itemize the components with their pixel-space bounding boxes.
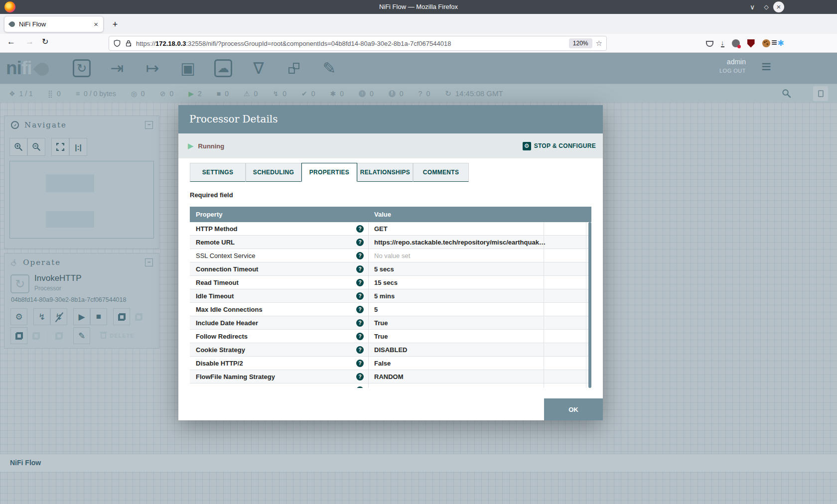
value-cell[interactable]: DISABLED <box>369 343 544 356</box>
processor-icon[interactable]: ↻ <box>71 57 93 79</box>
value-cell[interactable]: No value set <box>369 249 544 262</box>
help-icon[interactable]: ? <box>356 225 364 233</box>
help-icon[interactable]: ? <box>356 386 364 388</box>
tab-properties[interactable]: PROPERTIES <box>301 163 357 182</box>
disable-button[interactable]: ↯ <box>50 308 67 325</box>
value-cell[interactable]: 15 secs <box>369 276 544 289</box>
tab-settings[interactable]: SETTINGS <box>190 163 246 182</box>
logout-link[interactable]: LOG OUT <box>719 68 746 74</box>
help-icon[interactable]: ? <box>356 265 364 273</box>
navigate-collapse-button[interactable]: − <box>145 121 153 129</box>
zoom-actual-size-button[interactable]: |:| <box>69 138 87 156</box>
funnel-icon[interactable]: ∇ <box>248 57 270 79</box>
label-icon[interactable]: ✎ <box>318 57 340 79</box>
template-icon[interactable] <box>283 57 305 79</box>
configure-button[interactable]: ⚙ <box>10 308 27 325</box>
browser-tab[interactable]: NiFi Flow × <box>4 16 104 32</box>
refresh-icon[interactable]: ↻ <box>445 89 451 98</box>
table-scrollbar[interactable] <box>588 222 591 388</box>
value-cell[interactable]: https://repo.stackable.tech/repository/m… <box>369 236 544 249</box>
asterisk-extension-icon[interactable]: ✱ <box>778 39 784 47</box>
value-cell[interactable]: 5 mins <box>369 289 544 302</box>
window-minimize-button[interactable]: ∨ <box>746 1 758 13</box>
stop-button[interactable]: ■ <box>90 308 107 325</box>
help-icon[interactable]: ? <box>356 279 364 286</box>
breadcrumb[interactable]: NiFi Flow <box>10 459 41 467</box>
tab-close-icon[interactable]: × <box>94 20 98 28</box>
help-icon[interactable]: ? <box>356 333 364 340</box>
download-icon[interactable]: ↓ <box>721 40 724 47</box>
back-button[interactable]: ← <box>7 37 15 47</box>
help-icon[interactable]: ? <box>356 319 364 327</box>
pocket-icon[interactable] <box>706 41 713 47</box>
navigate-buttons: |:| <box>9 138 87 156</box>
search-icon[interactable] <box>782 89 791 98</box>
table-header-row: Property Value <box>190 207 591 222</box>
stop-and-configure-button[interactable]: ⚙ STOP & CONFIGURE <box>523 142 596 150</box>
ublock-icon[interactable] <box>747 39 755 48</box>
remote-process-group-icon[interactable]: ☁ <box>212 57 234 79</box>
zoom-level-badge[interactable]: 120% <box>569 38 592 48</box>
breadcrumb-bar: NiFi Flow <box>0 454 837 472</box>
save-template-button[interactable] <box>113 308 130 325</box>
color-button[interactable]: ✎ <box>73 327 90 344</box>
forward-button[interactable]: → <box>25 37 34 47</box>
tab-scheduling[interactable]: SCHEDULING <box>246 163 301 182</box>
bookmark-star-icon[interactable]: ☆ <box>596 39 602 48</box>
cookie-extension-icon[interactable] <box>762 39 770 47</box>
value-cell[interactable]: RANDOM <box>369 370 544 383</box>
zoom-in-button[interactable] <box>9 138 27 156</box>
zoom-fit-button[interactable] <box>51 138 69 156</box>
birdseye-minimap[interactable] <box>9 161 154 239</box>
zoom-out-button[interactable] <box>27 138 45 156</box>
new-tab-button[interactable]: + <box>109 18 122 31</box>
process-group-icon[interactable]: ▣ <box>177 57 199 79</box>
help-icon[interactable]: ? <box>356 292 364 300</box>
shield-icon[interactable] <box>113 39 121 47</box>
extension-blocker-icon[interactable] <box>732 39 740 47</box>
url-text[interactable]: https://172.18.0.3:32558/nifi/?processGr… <box>136 40 565 47</box>
value-cell[interactable]: No value set <box>369 383 544 388</box>
help-icon[interactable]: ? <box>356 306 364 313</box>
value-cell[interactable]: False <box>369 357 544 370</box>
value-cell[interactable]: 5 <box>369 303 544 316</box>
selected-component-id: 04b8fd14-80a9-30e2-8b1a-7cf067544018 <box>11 296 126 303</box>
value-cell[interactable]: True <box>369 316 544 329</box>
help-icon[interactable]: ? <box>356 360 364 367</box>
invalid-status: ⚠0 <box>244 90 258 98</box>
tab-comments[interactable]: COMMENTS <box>413 163 469 182</box>
copy-button[interactable] <box>10 327 27 344</box>
help-icon[interactable]: ? <box>356 373 364 380</box>
lock-icon[interactable] <box>125 39 133 47</box>
panel-toggle-button[interactable] <box>813 86 828 101</box>
value-cell[interactable]: GET <box>369 222 544 235</box>
ok-button[interactable]: OK <box>544 398 603 420</box>
input-port-icon[interactable]: ⇥ <box>106 57 128 79</box>
table-row: Max Idle Connections?5 <box>190 303 591 316</box>
value-cell[interactable]: 5 secs <box>369 262 544 275</box>
reload-button[interactable]: ↻ <box>42 37 48 46</box>
url-bar[interactable]: https://172.18.0.3:32558/nifi/?processGr… <box>109 36 607 51</box>
disabled-icon: ↯ <box>273 90 279 98</box>
window-close-button[interactable]: × <box>773 1 784 12</box>
table-row: Read Timeout?15 secs <box>190 276 591 289</box>
value-cell[interactable]: True <box>369 330 544 343</box>
status-count: 0 <box>57 90 61 98</box>
help-icon[interactable]: ? <box>356 252 364 259</box>
help-icon[interactable]: ? <box>356 346 364 354</box>
nifi-favicon-icon <box>8 20 16 28</box>
help-icon[interactable]: ? <box>356 239 364 246</box>
window-maximize-button[interactable]: ◇ <box>760 1 772 13</box>
menu-icon[interactable]: ≡ <box>771 37 777 48</box>
refresh-time-label: 14:45:08 GMT <box>455 89 503 98</box>
property-cell: Remote URL? <box>190 236 369 249</box>
output-port-icon[interactable]: ↦ <box>141 57 163 79</box>
enable-button[interactable]: ↯ <box>33 308 50 325</box>
table-row: Disable HTTP/2?False <box>190 357 591 370</box>
property-cell: Include Date Header? <box>190 316 369 329</box>
operate-panel: ☞ Operate − ↻ InvokeHTTP Processor 04b8f… <box>4 253 159 349</box>
tab-relationships[interactable]: RELATIONSHIPS <box>357 163 413 182</box>
global-menu-icon[interactable]: ≡ <box>761 57 771 76</box>
operate-collapse-button[interactable]: − <box>145 258 153 266</box>
start-button[interactable]: ▶ <box>73 308 90 325</box>
